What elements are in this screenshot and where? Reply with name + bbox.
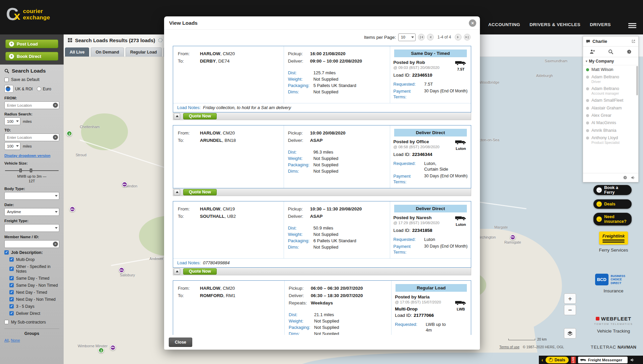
scrollbar[interactable] — [636, 66, 638, 95]
prev-page-button[interactable] — [427, 34, 434, 40]
clear-icon[interactable]: × — [53, 135, 58, 140]
speaker-icon[interactable] — [631, 175, 635, 180]
from-location-input[interactable] — [4, 101, 59, 109]
checkbox-icon[interactable] — [4, 78, 9, 82]
nav-item[interactable]: DRIVERS & VEHICLES — [529, 22, 580, 27]
book-ferry-button[interactable]: → Book a Ferry — [593, 185, 632, 195]
to-location-input[interactable] — [4, 133, 59, 141]
zoom-in-button[interactable]: + — [564, 293, 576, 304]
settings-gear-icon[interactable] — [623, 175, 628, 180]
menu-icon[interactable] — [628, 22, 636, 29]
job-description-option[interactable]: Job Description: — [4, 250, 59, 255]
load-marker-icon[interactable] — [122, 182, 127, 187]
freightlink-ad[interactable]: Freightlink Ferry Services — [587, 232, 640, 253]
slider-handle-max[interactable] — [30, 169, 32, 172]
job-option[interactable]: Same Day - Timed — [9, 276, 59, 281]
quote-now-button[interactable]: Quote Now — [183, 189, 217, 195]
date-select[interactable]: Anytime — [4, 208, 59, 216]
checkbox-icon[interactable] — [9, 276, 14, 280]
collapse-load-button[interactable] — [174, 189, 180, 195]
groups-all-link[interactable]: All — [4, 338, 9, 342]
next-page-button[interactable] — [455, 34, 461, 40]
insurance-promo-button[interactable]: → Need insurance? — [593, 213, 632, 225]
contact-row[interactable]: Adam BeltranoAccount manager — [583, 85, 638, 97]
terms-of-use-link[interactable]: Terms of use — [499, 345, 519, 349]
radio-icon[interactable] — [37, 87, 41, 91]
sub-contractors-option[interactable]: My Sub-contractors — [4, 320, 59, 325]
contact-row[interactable]: Al MacGinnis — [583, 119, 638, 126]
webfleet-ad[interactable]: WEBFLEET TOMTOM TELEMATICS Vehicle Track… — [587, 316, 640, 334]
member-input[interactable] — [4, 240, 59, 248]
job-option[interactable]: 3 - 5 Days — [9, 304, 59, 309]
load-marker-icon[interactable] — [510, 234, 515, 240]
radio-icon[interactable] — [4, 85, 13, 93]
deals-button[interactable]: Deals — [546, 357, 569, 363]
freight-messenger-button[interactable]: Freight Messenger — [578, 357, 628, 363]
collapse-left-icon[interactable]: ‹ — [542, 357, 543, 363]
contact-row[interactable]: Adam SmallFleet — [583, 97, 638, 104]
groups-none-link[interactable]: None — [11, 338, 20, 342]
checkbox-icon[interactable] — [9, 267, 14, 271]
checkbox-icon[interactable] — [9, 283, 14, 287]
region-option[interactable]: UK & ROI — [4, 85, 33, 93]
contact-row[interactable]: Matt Wilson — [583, 66, 638, 73]
close-button[interactable]: Close — [169, 338, 192, 347]
save-as-default-option[interactable]: Save as Default — [4, 77, 59, 82]
post-load-button[interactable]: + Post Load — [5, 39, 58, 48]
contact-row[interactable]: Anthony LloydProduct Specialist — [583, 134, 638, 146]
checkbox-icon[interactable] — [9, 257, 14, 262]
gear-icon[interactable] — [627, 49, 632, 55]
contact-row[interactable]: Alastair Graham — [583, 104, 638, 112]
load-marker-icon[interactable] — [119, 267, 125, 273]
items-per-page-select[interactable]: 10 — [398, 33, 416, 41]
cluster-marker-icon[interactable]: 2 — [98, 347, 104, 353]
vehicle-size-slider[interactable] — [5, 168, 59, 173]
collapse-load-button[interactable] — [174, 268, 180, 275]
job-option[interactable]: Deliver Direct — [9, 311, 59, 316]
freight-type-select[interactable] — [4, 224, 59, 232]
close-icon[interactable]: × — [469, 19, 476, 27]
first-page-button[interactable] — [418, 34, 425, 40]
speaker-icon[interactable] — [630, 358, 635, 362]
nav-item[interactable]: DRIVERS — [590, 22, 611, 27]
add-contact-icon[interactable] — [589, 49, 595, 55]
contact-row[interactable]: Amrik Bhania — [583, 127, 638, 134]
collapse-load-button[interactable] — [174, 113, 180, 119]
bcd-ad[interactable]: BCD BUSINESS CHOICE DIRECT Insurance — [587, 274, 640, 293]
region-option[interactable]: Euro — [37, 85, 51, 93]
tab-all-live[interactable]: All Live — [65, 48, 89, 57]
last-page-button[interactable] — [464, 34, 471, 40]
body-type-select[interactable] — [4, 192, 59, 200]
cluster-marker-icon[interactable]: 2 — [67, 130, 72, 136]
teletrac-ad[interactable]: TELETRACNAVMAN — [587, 345, 640, 350]
radius-select[interactable]: 100 — [4, 117, 20, 125]
to-radius-select[interactable]: 100 — [4, 142, 20, 150]
load-marker-icon[interactable] — [69, 206, 75, 212]
clear-icon[interactable]: × — [53, 242, 58, 247]
display-dropdown-link[interactable]: Display dropdown version — [4, 154, 51, 158]
checkbox-icon[interactable] — [9, 297, 14, 301]
search-icon[interactable] — [608, 49, 614, 55]
company-section-header[interactable]: ▾ My Company — [583, 57, 638, 65]
book-direct-button[interactable]: + Book Direct — [5, 52, 58, 61]
zoom-out-button[interactable]: − — [564, 305, 576, 315]
contact-row[interactable]: Alex Grear — [583, 112, 638, 119]
checkbox-icon[interactable] — [9, 311, 14, 315]
clear-icon[interactable]: × — [53, 103, 58, 108]
job-option[interactable]: Same Day - Non Timed — [9, 283, 59, 288]
quote-now-button[interactable]: Quote Now — [183, 268, 217, 275]
job-option[interactable]: Next Day - Non Timed — [9, 297, 59, 302]
load-marker-icon[interactable] — [110, 345, 116, 350]
job-option[interactable]: Next Day - Timed — [9, 290, 59, 295]
contact-row[interactable]: Adam BeltranoDriver — [583, 73, 638, 85]
checkbox-icon[interactable] — [9, 290, 14, 294]
live-badge[interactable]: LIVE — [571, 357, 576, 363]
nav-item[interactable]: ACCOUNTING — [488, 22, 520, 27]
checkbox-icon[interactable] — [4, 320, 9, 324]
slider-handle-min[interactable] — [19, 169, 22, 172]
quote-now-button[interactable]: Quote Now — [183, 113, 217, 119]
tab-on-demand[interactable]: On Demand — [91, 48, 124, 57]
deals-promo-button[interactable]: → Deals — [593, 199, 632, 209]
tab-regular-load[interactable]: Regular Load — [126, 48, 162, 57]
job-option[interactable]: Multi-Drop — [9, 257, 59, 262]
